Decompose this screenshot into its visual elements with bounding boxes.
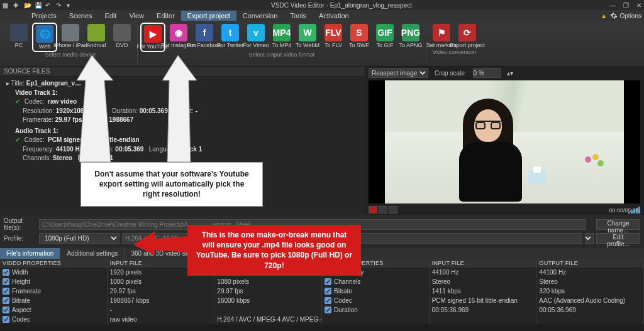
menu-tools[interactable]: Tools [284, 11, 313, 21]
callout-white: Don't assume that your software's Youtub… [80, 162, 263, 207]
ribbon-mp4-button[interactable]: MP4To MP4 [270, 24, 293, 51]
prop-checkbox[interactable] [3, 316, 9, 323]
quick-access-toolbar: ▦ ✚ 📂 💾 ↶ ↷ ▾ [3, 2, 74, 9]
change-name-button[interactable]: Change name... [596, 219, 640, 230]
ribbon-facebook-button[interactable]: fFor Facebook [193, 24, 216, 51]
redo-icon[interactable]: ↷ [56, 2, 63, 9]
audio-prop-name: Bitrate [322, 286, 429, 296]
menu-conversion[interactable]: Conversion [236, 11, 284, 21]
video-prop-output: 29.97 fps [214, 286, 321, 296]
minimize-button[interactable]: — [609, 2, 616, 9]
ribbon-flv-button[interactable]: FLVTo FLV [322, 24, 345, 51]
settings-icon[interactable] [610, 12, 618, 19]
prop-checkbox[interactable] [325, 288, 331, 295]
open-icon[interactable]: 📂 [24, 2, 31, 9]
audio-prop-output: 00:05:36.969 [536, 305, 643, 315]
video-prop-name: Width [0, 268, 107, 277]
ribbon-webm-button[interactable]: WTo WebM [296, 24, 319, 51]
video-prop-output: 16000 kbps [214, 296, 321, 305]
ribbon-iphone-button[interactable]: iPhone / iPad [59, 24, 82, 51]
ribbon-export-button[interactable]: ⟳Export project [456, 24, 479, 48]
maximize-button[interactable]: ❐ [623, 2, 629, 9]
menu-scenes[interactable]: Scenes [63, 11, 99, 21]
crop-scale-label: Crop scale: [435, 70, 467, 77]
video-prop-name: Aspect [0, 305, 107, 315]
profile-select[interactable]: 1080p (Full HD) [39, 233, 119, 244]
prop-checkbox[interactable] [325, 297, 331, 304]
prop-checkbox[interactable] [3, 269, 9, 276]
video-prop-input: - [108, 305, 214, 315]
ribbon-dvd-button[interactable]: DVD [111, 24, 133, 51]
preview-viewport [369, 80, 640, 203]
properties-header: OUTPUT FILE [536, 259, 643, 268]
ribbon-twitter-button[interactable]: tFor Twitter [219, 24, 242, 51]
svg-marker-2 [133, 231, 190, 255]
video-prop-input: 1988667 kbps [108, 296, 214, 305]
stepper-icon[interactable]: ▴▾ [507, 70, 513, 77]
new-icon[interactable]: ✚ [13, 2, 20, 9]
menu-export-project[interactable]: Export project [181, 11, 236, 21]
preview-mode-select[interactable]: Reaspect image [369, 68, 428, 78]
prop-checkbox[interactable] [325, 307, 331, 313]
menu-projects[interactable]: Projects [25, 11, 63, 21]
check-icon: ✔ [15, 136, 20, 143]
callout-red: This is the one make-or-break menu that … [187, 225, 361, 276]
app-icon: ▦ [3, 2, 9, 9]
menubar: ProjectsScenesEditViewEditorExport proje… [0, 10, 644, 21]
menu-editor[interactable]: Editor [150, 11, 181, 21]
prop-checkbox[interactable] [3, 278, 9, 285]
crop-scale-input[interactable] [473, 68, 501, 78]
edit-profile-button[interactable]: Edit profile... [596, 233, 640, 244]
save-icon[interactable]: 💾 [35, 2, 42, 9]
audio-prop-input: 1411 kbps [430, 286, 536, 296]
menu-activation[interactable]: Activation [313, 11, 355, 21]
ribbon-vimeo-button[interactable]: vFor Vimeo [245, 24, 267, 51]
audio-prop-name: Codec [322, 296, 429, 305]
prop-checkbox[interactable] [3, 288, 9, 295]
frame-button[interactable] [389, 206, 397, 214]
ribbon-apng-button[interactable]: PNGTo APNG [399, 24, 422, 51]
titlebar: ▦ ✚ 📂 💾 ↶ ↷ ▾ VSDC Video Editor - Ep1_al… [0, 0, 644, 10]
prop-checkbox[interactable] [3, 307, 9, 313]
window-title: VSDC Video Editor - Ep1_alongran_vlog_re… [74, 2, 609, 9]
close-button[interactable]: ✕ [636, 2, 641, 9]
play-button[interactable] [369, 206, 377, 214]
ribbon-gif-button[interactable]: GIFTo GIF [374, 24, 396, 51]
tab-additional-settings[interactable]: Additional settings [60, 248, 125, 259]
audio-prop-output: 44100 Hz [536, 268, 643, 277]
ribbon-group-conversion: ⚑Set markers⟳Export project Video conver… [426, 24, 482, 64]
menu-edit[interactable]: Edit [98, 11, 123, 21]
source-title-label: Title: [11, 80, 25, 87]
undo-icon[interactable]: ↶ [45, 2, 52, 9]
video-prop-input: raw video [108, 315, 214, 324]
ribbon-pc-button[interactable]: PC [8, 24, 30, 51]
audio-prop-input: 00:05:36.969 [430, 305, 536, 315]
audio-prop-input: 44100 Hz [430, 268, 536, 277]
ribbon-android-button[interactable]: Android [85, 24, 108, 51]
stop-button[interactable] [379, 206, 387, 214]
prop-checkbox[interactable] [3, 297, 9, 304]
svg-marker-1 [162, 55, 197, 162]
video-prop-output: H.264 / AVC / MPEG-4 AVC / MPEG-4 p… [214, 315, 321, 324]
audio-track-heading: Audio Track 1: [15, 128, 58, 134]
ribbon-web-button[interactable]: 🌐Web [33, 24, 56, 51]
video-prop-output [214, 305, 321, 315]
output-file-label: Output file(s): [4, 217, 36, 231]
profile-extra-select[interactable] [585, 233, 594, 244]
tab-file-s-information[interactable]: File's information [0, 248, 60, 259]
video-prop-input: 29.97 fps [108, 286, 214, 296]
properties-header: VIDEO PROPERTIES [0, 259, 107, 268]
options-label[interactable]: Options [620, 13, 641, 19]
audio-prop-output: Stereo [536, 277, 643, 286]
ribbon-swf-button[interactable]: STo SWF [348, 24, 370, 51]
audio-prop-name: Channels [322, 277, 429, 286]
ribbon-group-format-label: Select output video format [249, 52, 315, 58]
properties-header: INPUT FILE [430, 259, 536, 268]
svg-marker-0 [77, 55, 113, 162]
prop-checkbox[interactable] [325, 278, 331, 285]
dropdown-icon[interactable]: ▾ [67, 2, 74, 9]
preview-timecode: 00:00/05:36 [609, 207, 639, 214]
annotation-arrow-red [133, 226, 190, 255]
menu-view[interactable]: View [123, 11, 150, 21]
help-icon[interactable]: ▲ [601, 12, 608, 19]
